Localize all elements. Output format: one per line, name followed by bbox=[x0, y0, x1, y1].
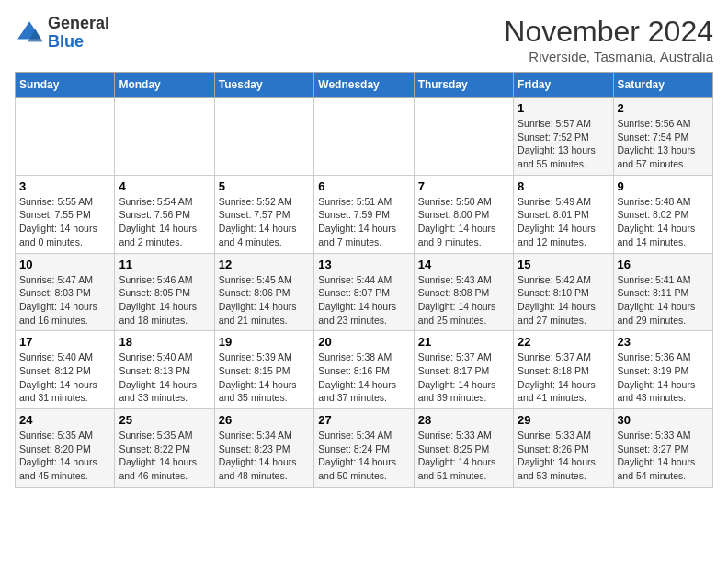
day-detail: Sunrise: 5:34 AM Sunset: 8:24 PM Dayligh… bbox=[318, 429, 409, 483]
calendar-cell: 27Sunrise: 5:34 AM Sunset: 8:24 PM Dayli… bbox=[314, 409, 414, 488]
day-detail: Sunrise: 5:52 AM Sunset: 7:57 PM Dayligh… bbox=[219, 195, 310, 249]
day-detail: Sunrise: 5:43 AM Sunset: 8:08 PM Dayligh… bbox=[418, 273, 509, 327]
calendar-header: SundayMondayTuesdayWednesdayThursdayFrid… bbox=[16, 73, 713, 98]
calendar-cell: 26Sunrise: 5:34 AM Sunset: 8:23 PM Dayli… bbox=[214, 409, 313, 488]
weekday-header-sunday: Sunday bbox=[16, 73, 115, 98]
day-number: 11 bbox=[119, 258, 210, 271]
day-number: 25 bbox=[119, 413, 210, 427]
calendar-cell: 9Sunrise: 5:48 AM Sunset: 8:02 PM Daylig… bbox=[613, 175, 712, 253]
day-detail: Sunrise: 5:37 AM Sunset: 8:17 PM Dayligh… bbox=[418, 350, 509, 405]
day-number: 18 bbox=[119, 335, 210, 349]
day-number: 4 bbox=[119, 179, 210, 193]
logo-text: General Blue bbox=[48, 15, 109, 52]
weekday-header-tuesday: Tuesday bbox=[214, 73, 313, 98]
calendar-cell: 17Sunrise: 5:40 AM Sunset: 8:12 PM Dayli… bbox=[16, 331, 115, 409]
day-number: 5 bbox=[219, 179, 310, 193]
calendar-cell bbox=[414, 98, 513, 176]
day-number: 16 bbox=[618, 258, 709, 271]
day-detail: Sunrise: 5:40 AM Sunset: 8:13 PM Dayligh… bbox=[119, 350, 210, 405]
day-detail: Sunrise: 5:33 AM Sunset: 8:26 PM Dayligh… bbox=[518, 429, 609, 483]
day-detail: Sunrise: 5:51 AM Sunset: 7:59 PM Dayligh… bbox=[318, 195, 409, 249]
day-number: 20 bbox=[318, 335, 409, 349]
day-number: 7 bbox=[418, 179, 509, 193]
calendar-cell: 14Sunrise: 5:43 AM Sunset: 8:08 PM Dayli… bbox=[414, 253, 513, 331]
calendar-week-row: 10Sunrise: 5:47 AM Sunset: 8:03 PM Dayli… bbox=[16, 253, 713, 331]
calendar-cell: 19Sunrise: 5:39 AM Sunset: 8:15 PM Dayli… bbox=[214, 331, 313, 409]
day-detail: Sunrise: 5:38 AM Sunset: 8:16 PM Dayligh… bbox=[318, 350, 409, 405]
day-detail: Sunrise: 5:36 AM Sunset: 8:19 PM Dayligh… bbox=[618, 350, 709, 405]
weekday-header-row: SundayMondayTuesdayWednesdayThursdayFrid… bbox=[16, 73, 713, 98]
weekday-header-thursday: Thursday bbox=[414, 73, 513, 98]
location: Riverside, Tasmania, Australia bbox=[504, 49, 713, 64]
logo-blue: Blue bbox=[48, 32, 84, 51]
calendar-cell: 3Sunrise: 5:55 AM Sunset: 7:55 PM Daylig… bbox=[16, 175, 115, 253]
calendar-week-row: 1Sunrise: 5:57 AM Sunset: 7:52 PM Daylig… bbox=[16, 98, 713, 176]
weekday-header-saturday: Saturday bbox=[613, 73, 712, 98]
day-number: 28 bbox=[418, 413, 509, 427]
logo-general: General bbox=[48, 14, 109, 32]
calendar-cell: 13Sunrise: 5:44 AM Sunset: 8:07 PM Dayli… bbox=[314, 253, 414, 331]
day-detail: Sunrise: 5:44 AM Sunset: 8:07 PM Dayligh… bbox=[318, 273, 409, 327]
day-detail: Sunrise: 5:37 AM Sunset: 8:18 PM Dayligh… bbox=[518, 350, 609, 405]
calendar-cell: 20Sunrise: 5:38 AM Sunset: 8:16 PM Dayli… bbox=[314, 331, 414, 409]
weekday-header-monday: Monday bbox=[115, 73, 214, 98]
day-detail: Sunrise: 5:55 AM Sunset: 7:55 PM Dayligh… bbox=[19, 195, 110, 249]
calendar-cell: 23Sunrise: 5:36 AM Sunset: 8:19 PM Dayli… bbox=[613, 331, 712, 409]
day-detail: Sunrise: 5:57 AM Sunset: 7:52 PM Dayligh… bbox=[518, 117, 609, 171]
page-header: General Blue November 2024 Riverside, Ta… bbox=[15, 15, 713, 64]
calendar-cell: 29Sunrise: 5:33 AM Sunset: 8:26 PM Dayli… bbox=[514, 409, 613, 488]
calendar-cell: 12Sunrise: 5:45 AM Sunset: 8:06 PM Dayli… bbox=[214, 253, 313, 331]
calendar-cell: 7Sunrise: 5:50 AM Sunset: 8:00 PM Daylig… bbox=[414, 175, 513, 253]
title-block: November 2024 Riverside, Tasmania, Austr… bbox=[504, 15, 713, 64]
calendar-cell: 10Sunrise: 5:47 AM Sunset: 8:03 PM Dayli… bbox=[16, 253, 115, 331]
day-detail: Sunrise: 5:50 AM Sunset: 8:00 PM Dayligh… bbox=[418, 195, 509, 249]
day-detail: Sunrise: 5:47 AM Sunset: 8:03 PM Dayligh… bbox=[19, 273, 110, 327]
day-number: 12 bbox=[219, 258, 310, 271]
calendar-week-row: 3Sunrise: 5:55 AM Sunset: 7:55 PM Daylig… bbox=[16, 175, 713, 253]
day-detail: Sunrise: 5:35 AM Sunset: 8:20 PM Dayligh… bbox=[19, 429, 110, 483]
day-number: 2 bbox=[618, 101, 709, 115]
weekday-header-wednesday: Wednesday bbox=[314, 73, 414, 98]
day-detail: Sunrise: 5:33 AM Sunset: 8:27 PM Dayligh… bbox=[618, 429, 709, 483]
day-number: 6 bbox=[318, 179, 409, 193]
calendar-cell: 16Sunrise: 5:41 AM Sunset: 8:11 PM Dayli… bbox=[613, 253, 712, 331]
day-number: 8 bbox=[518, 179, 609, 193]
calendar-cell: 4Sunrise: 5:54 AM Sunset: 7:56 PM Daylig… bbox=[115, 175, 214, 253]
day-number: 19 bbox=[219, 335, 310, 349]
calendar-cell bbox=[16, 98, 115, 176]
calendar-table: SundayMondayTuesdayWednesdayThursdayFrid… bbox=[15, 72, 713, 488]
logo-icon bbox=[15, 18, 44, 48]
calendar-cell: 6Sunrise: 5:51 AM Sunset: 7:59 PM Daylig… bbox=[314, 175, 414, 253]
day-number: 9 bbox=[618, 179, 709, 193]
calendar-cell: 5Sunrise: 5:52 AM Sunset: 7:57 PM Daylig… bbox=[214, 175, 313, 253]
calendar-cell bbox=[115, 98, 214, 176]
calendar-cell bbox=[214, 98, 313, 176]
day-number: 17 bbox=[19, 335, 110, 349]
day-number: 14 bbox=[418, 258, 509, 271]
calendar-week-row: 24Sunrise: 5:35 AM Sunset: 8:20 PM Dayli… bbox=[16, 409, 713, 488]
calendar-cell: 2Sunrise: 5:56 AM Sunset: 7:54 PM Daylig… bbox=[613, 98, 712, 176]
logo: General Blue bbox=[15, 15, 109, 52]
day-detail: Sunrise: 5:56 AM Sunset: 7:54 PM Dayligh… bbox=[618, 117, 709, 171]
day-number: 30 bbox=[618, 413, 709, 427]
day-detail: Sunrise: 5:39 AM Sunset: 8:15 PM Dayligh… bbox=[219, 350, 310, 405]
calendar-cell: 24Sunrise: 5:35 AM Sunset: 8:20 PM Dayli… bbox=[16, 409, 115, 488]
calendar-week-row: 17Sunrise: 5:40 AM Sunset: 8:12 PM Dayli… bbox=[16, 331, 713, 409]
day-detail: Sunrise: 5:40 AM Sunset: 8:12 PM Dayligh… bbox=[19, 350, 110, 405]
day-number: 29 bbox=[518, 413, 609, 427]
calendar-cell: 22Sunrise: 5:37 AM Sunset: 8:18 PM Dayli… bbox=[514, 331, 613, 409]
day-number: 10 bbox=[19, 258, 110, 271]
calendar-cell: 21Sunrise: 5:37 AM Sunset: 8:17 PM Dayli… bbox=[414, 331, 513, 409]
calendar-cell: 1Sunrise: 5:57 AM Sunset: 7:52 PM Daylig… bbox=[514, 98, 613, 176]
weekday-header-friday: Friday bbox=[514, 73, 613, 98]
calendar-cell: 28Sunrise: 5:33 AM Sunset: 8:25 PM Dayli… bbox=[414, 409, 513, 488]
day-detail: Sunrise: 5:49 AM Sunset: 8:01 PM Dayligh… bbox=[518, 195, 609, 249]
day-number: 1 bbox=[518, 101, 609, 115]
calendar-cell: 18Sunrise: 5:40 AM Sunset: 8:13 PM Dayli… bbox=[115, 331, 214, 409]
calendar-cell bbox=[314, 98, 414, 176]
day-detail: Sunrise: 5:33 AM Sunset: 8:25 PM Dayligh… bbox=[418, 429, 509, 483]
calendar-cell: 11Sunrise: 5:46 AM Sunset: 8:05 PM Dayli… bbox=[115, 253, 214, 331]
day-detail: Sunrise: 5:45 AM Sunset: 8:06 PM Dayligh… bbox=[219, 273, 310, 327]
day-number: 24 bbox=[19, 413, 110, 427]
day-detail: Sunrise: 5:48 AM Sunset: 8:02 PM Dayligh… bbox=[618, 195, 709, 249]
